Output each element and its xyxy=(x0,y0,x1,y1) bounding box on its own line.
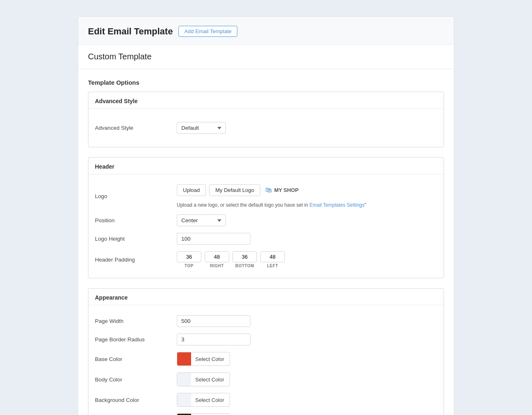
base-color-button[interactable]: Select Color xyxy=(177,352,230,366)
shop-icon: 🛍 xyxy=(265,187,272,194)
position-label: Position xyxy=(95,217,177,223)
email-templates-settings-link[interactable]: Email Templates Settings xyxy=(309,202,365,208)
header-section: Header Logo Upload My Default Logo 🛍 MY … xyxy=(88,157,444,278)
base-color-swatch xyxy=(177,352,191,366)
background-color-control: Select Color xyxy=(177,393,437,407)
page-width-label: Page Width xyxy=(95,318,177,324)
page-width-input[interactable] xyxy=(177,315,250,327)
page-width-row: Page Width xyxy=(88,312,444,330)
add-template-button[interactable]: Add Email Template xyxy=(178,26,237,37)
template-options-label: Template Options xyxy=(88,79,444,86)
content-area: Template Options Advanced Style Advanced… xyxy=(78,69,454,415)
background-color-btn-label: Select Color xyxy=(191,397,228,403)
page-header: Edit Email Template Add Email Template xyxy=(78,17,454,45)
advanced-style-legend: Advanced Style xyxy=(88,92,444,109)
upload-hint: Upload a new logo, or select the default… xyxy=(177,201,437,208)
upload-button[interactable]: Upload xyxy=(177,184,206,196)
main-container: Edit Email Template Add Email Template T… xyxy=(78,16,454,415)
logo-height-input[interactable] xyxy=(177,233,250,245)
logo-height-label: Logo Height xyxy=(95,236,177,242)
logo-row: Logo Upload My Default Logo 🛍 MY SHOP Up… xyxy=(88,181,444,211)
padding-left-input[interactable] xyxy=(260,251,285,262)
padding-left-label: LEFT xyxy=(267,264,278,268)
body-color-button[interactable]: Select Color xyxy=(177,372,230,386)
page-border-radius-control xyxy=(177,334,437,345)
position-control: Left Center Right xyxy=(177,214,437,226)
base-color-label: Base Color xyxy=(95,356,177,362)
background-color-label: Background Color xyxy=(95,397,177,403)
advanced-style-section: Advanced Style Advanced Style Default Cu… xyxy=(88,92,444,147)
logo-label: Logo xyxy=(95,193,177,199)
shop-logo: 🛍 MY SHOP xyxy=(265,187,299,194)
padding-bottom-input[interactable] xyxy=(232,251,257,262)
body-color-swatch xyxy=(177,372,191,386)
shop-name: MY SHOP xyxy=(274,187,299,193)
body-color-row: Body Color Select Color xyxy=(88,369,444,390)
logo-height-row: Logo Height xyxy=(88,230,444,248)
background-color-swatch xyxy=(177,393,191,407)
page-border-radius-input[interactable] xyxy=(177,334,250,345)
base-color-row: Base Color Select Color xyxy=(88,349,444,369)
header-legend: Header xyxy=(88,158,444,174)
logo-buttons: Upload My Default Logo 🛍 MY SHOP xyxy=(177,184,299,196)
appearance-section: Appearance Page Width Page Border Radius… xyxy=(88,288,444,415)
advanced-style-control: Default Custom xyxy=(177,122,437,134)
padding-left-field: LEFT xyxy=(260,251,285,268)
body-color-btn-label: Select Color xyxy=(191,377,228,383)
page-title: Edit Email Template xyxy=(88,26,173,37)
page-width-control xyxy=(177,315,437,327)
text-color-button[interactable]: Select Color xyxy=(177,413,230,415)
advanced-style-row: Advanced Style Default Custom xyxy=(88,119,444,137)
upload-hint-suffix: " xyxy=(365,202,366,208)
padding-right-label: RIGHT xyxy=(210,264,224,268)
page-border-radius-row: Page Border Radius xyxy=(88,330,444,349)
padding-top-field: TOP xyxy=(177,251,201,268)
advanced-style-label: Advanced Style xyxy=(95,125,177,131)
page-border-radius-label: Page Border Radius xyxy=(95,336,177,343)
body-color-control: Select Color xyxy=(177,372,437,386)
template-name-row xyxy=(78,45,454,69)
position-row: Position Left Center Right xyxy=(88,211,444,230)
advanced-style-select[interactable]: Default Custom xyxy=(177,122,226,134)
base-color-control: Select Color xyxy=(177,352,437,366)
default-logo-button[interactable]: My Default Logo xyxy=(209,184,260,196)
padding-right-field: RIGHT xyxy=(205,251,229,268)
logo-height-control xyxy=(177,233,437,245)
padding-bottom-field: BOTTOM xyxy=(232,251,257,268)
logo-control: Upload My Default Logo 🛍 MY SHOP Upload … xyxy=(177,184,437,208)
text-color-swatch xyxy=(177,413,191,415)
padding-top-label: TOP xyxy=(185,264,194,268)
padding-bottom-label: BOTTOM xyxy=(235,264,254,268)
background-color-button[interactable]: Select Color xyxy=(177,393,230,407)
template-name-input[interactable] xyxy=(88,52,444,61)
text-color-control: Select Color xyxy=(177,413,437,415)
position-select[interactable]: Left Center Right xyxy=(177,214,226,226)
text-color-row: Text Color Select Color xyxy=(88,410,444,415)
upload-hint-text: Upload a new logo, or select the default… xyxy=(177,202,309,208)
background-color-row: Background Color Select Color xyxy=(88,390,444,410)
base-color-btn-label: Select Color xyxy=(191,356,228,362)
appearance-legend: Appearance xyxy=(88,289,444,305)
padding-top-input[interactable] xyxy=(177,251,201,262)
header-padding-label: Header Padding xyxy=(95,257,177,263)
padding-right-input[interactable] xyxy=(205,251,229,262)
header-padding-control: TOP RIGHT BOTTOM LEFT xyxy=(177,251,437,268)
header-padding-row: Header Padding TOP RIGHT BOT xyxy=(88,248,444,271)
padding-group: TOP RIGHT BOTTOM LEFT xyxy=(177,251,285,268)
body-color-label: Body Color xyxy=(95,377,177,383)
